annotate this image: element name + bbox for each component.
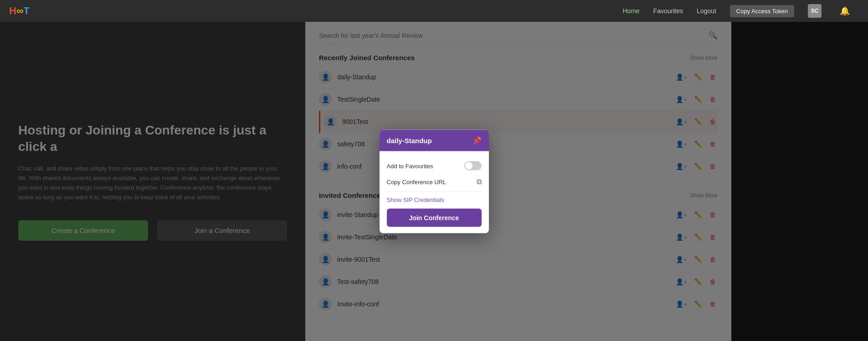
navbar: H∞T Home Favourites Logout Copy Access T…: [0, 0, 868, 22]
avatar[interactable]: SC: [808, 4, 822, 18]
join-conference-popup-button[interactable]: Join Conference: [387, 209, 482, 227]
add-to-favourites-label: Add to Favourites: [387, 162, 433, 169]
copy-conference-url-row: Copy Conference URL ⧉: [387, 174, 482, 190]
popup-divider: [387, 191, 482, 192]
show-sip-credentials-link[interactable]: Show SIP Credentials: [387, 194, 482, 206]
pin-icon[interactable]: 📌: [473, 136, 482, 145]
main-layout: Hosting or Joining a Conference is just …: [0, 22, 868, 341]
nav-links: Home Favourites Logout Copy Access Token…: [622, 4, 850, 18]
popup-title: daily-Standup: [387, 137, 432, 145]
bell-icon[interactable]: 🔔: [840, 6, 850, 16]
copy-icon[interactable]: ⧉: [477, 178, 482, 186]
nav-home[interactable]: Home: [622, 7, 639, 15]
toggle-knob: [465, 162, 473, 170]
nav-logout[interactable]: Logout: [697, 7, 716, 15]
nav-favourites[interactable]: Favourites: [653, 7, 683, 15]
popup-header: daily-Standup 📌: [380, 130, 489, 151]
copy-access-token-button[interactable]: Copy Access Token: [730, 5, 794, 17]
add-to-favourites-row: Add to Favourites: [387, 158, 482, 174]
popup-body: Add to Favourites Copy Conference URL ⧉ …: [380, 151, 489, 233]
favourites-toggle[interactable]: [464, 161, 482, 170]
logo: H∞T: [9, 5, 30, 17]
copy-conference-url-label: Copy Conference URL: [387, 178, 447, 185]
conference-popup: daily-Standup 📌 Add to Favourites Copy C…: [380, 130, 489, 233]
